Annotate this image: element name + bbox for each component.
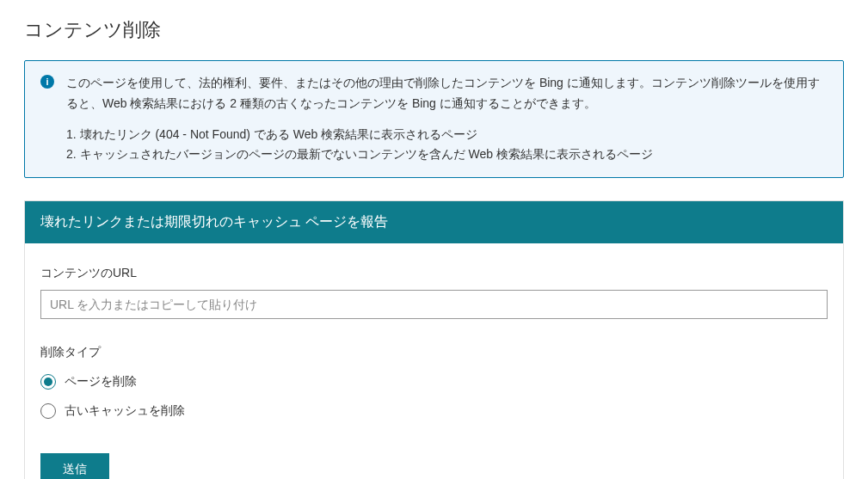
form-header: 壊れたリンクまたは期限切れのキャッシュ ページを報告: [25, 201, 843, 243]
submit-button[interactable]: 送信: [40, 453, 109, 479]
removal-type-label: 削除タイプ: [40, 345, 828, 360]
info-icon: i: [40, 75, 54, 89]
radio-icon: [40, 403, 56, 419]
info-body: このページを使用して、法的権利、要件、またはその他の理由で削除したコンテンツを …: [66, 73, 828, 165]
form-body: コンテンツのURL 削除タイプ ページを削除 古いキャッシュを削除 送信: [25, 243, 843, 479]
radio-label-remove-cache: 古いキャッシュを削除: [65, 403, 185, 419]
content-url-input[interactable]: [40, 290, 828, 319]
removal-type-group: 削除タイプ ページを削除 古いキャッシュを削除: [40, 345, 828, 419]
submit-row: 送信: [40, 453, 828, 479]
page-title: コンテンツ削除: [24, 17, 844, 43]
radio-option-remove-page[interactable]: ページを削除: [40, 374, 828, 390]
content-url-label: コンテンツのURL: [40, 266, 828, 281]
radio-icon: [40, 374, 56, 390]
radio-option-remove-cache[interactable]: 古いキャッシュを削除: [40, 403, 828, 419]
info-list-item-1: 1. 壊れたリンク (404 - Not Found) である Web 検索結果…: [66, 125, 828, 145]
info-intro-text: このページを使用して、法的権利、要件、またはその他の理由で削除したコンテンツを …: [66, 73, 828, 114]
report-form-card: 壊れたリンクまたは期限切れのキャッシュ ページを報告 コンテンツのURL 削除タ…: [24, 200, 844, 479]
info-panel: i このページを使用して、法的権利、要件、またはその他の理由で削除したコンテンツ…: [24, 60, 844, 178]
info-list-item-2: 2. キャッシュされたバージョンのページの最新でないコンテンツを含んだ Web …: [66, 144, 828, 165]
radio-label-remove-page: ページを削除: [65, 374, 137, 390]
